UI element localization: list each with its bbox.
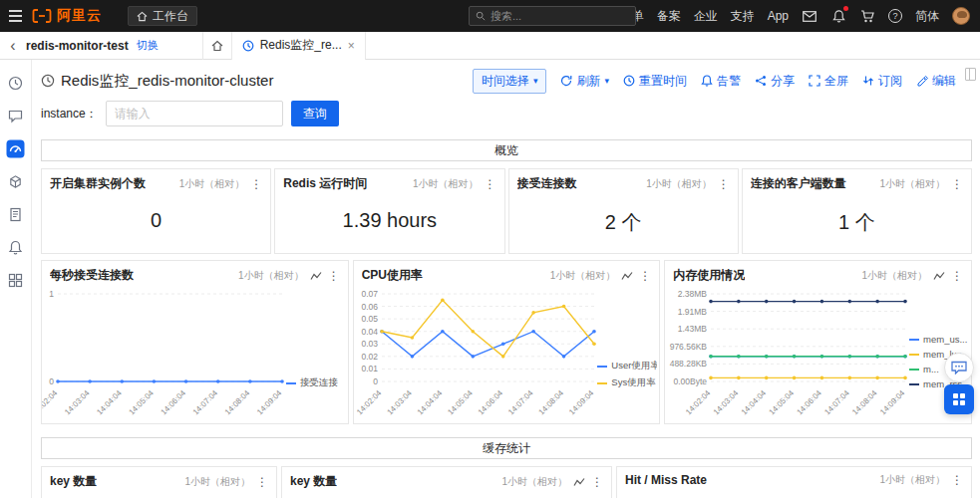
notification-bell-icon[interactable] bbox=[830, 8, 846, 24]
time-range-label: 1小时（相对） bbox=[184, 475, 250, 489]
share-icon bbox=[755, 75, 767, 87]
topbar-link-app[interactable]: App bbox=[768, 9, 789, 23]
stat-cards-row: 开启集群实例个数 1小时（相对） ⋮ 0 Redis 运行时间 1小时（相对） … bbox=[41, 168, 972, 254]
card-title: 接受连接数 bbox=[517, 175, 577, 192]
kebab-menu-icon[interactable]: ⋮ bbox=[256, 476, 268, 488]
back-chevron-icon[interactable]: ‹ bbox=[0, 32, 26, 60]
quick-apps-button[interactable] bbox=[944, 384, 974, 414]
stat-card-cluster-instances: 开启集群实例个数 1小时（相对） ⋮ 0 bbox=[41, 168, 271, 254]
kebab-menu-icon[interactable]: ⋮ bbox=[250, 178, 262, 190]
stat-value: 1 个 bbox=[743, 209, 971, 236]
line-chart: 1014:02:0414:03:0414:04:0414:05:0414:06:… bbox=[42, 288, 286, 423]
legend-item[interactable]: mem_us... bbox=[909, 334, 969, 345]
fullscreen-button[interactable]: 全屏 bbox=[809, 73, 848, 90]
edit-button[interactable]: 编辑 bbox=[916, 73, 956, 90]
refresh-button[interactable]: 刷新▾ bbox=[560, 73, 609, 90]
line-chart: 0.070.060.050.040.030.020.01014:02:0414:… bbox=[354, 288, 598, 423]
svg-text:14:02:04: 14:02:04 bbox=[684, 388, 713, 417]
time-range-label: 1小时（相对） bbox=[179, 177, 245, 191]
kebab-menu-icon[interactable]: ⋮ bbox=[951, 270, 963, 282]
kebab-menu-icon[interactable]: ⋮ bbox=[328, 270, 340, 282]
history-icon[interactable] bbox=[6, 75, 26, 91]
kebab-menu-icon[interactable]: ⋮ bbox=[951, 178, 963, 190]
card-title: 每秒接受连接数 bbox=[50, 267, 134, 284]
card-key-count-1: key 数量 1小时（相对） ⋮ bbox=[41, 466, 277, 498]
alerts-bell-icon[interactable] bbox=[6, 239, 26, 255]
collapse-panel-icon[interactable] bbox=[965, 68, 976, 81]
chart-type-toggle-icon[interactable] bbox=[573, 477, 585, 487]
svg-text:14:07:04: 14:07:04 bbox=[191, 388, 220, 417]
notification-badge bbox=[843, 6, 848, 11]
svg-text:14:09:04: 14:09:04 bbox=[255, 388, 284, 417]
legend-color-dash bbox=[597, 382, 607, 384]
message-icon[interactable] bbox=[802, 8, 817, 24]
monitor-dashboard-icon-active[interactable] bbox=[6, 140, 26, 156]
alarm-button[interactable]: 告警 bbox=[701, 73, 741, 90]
card-title: key 数量 bbox=[290, 473, 337, 490]
svg-text:14:04:04: 14:04:04 bbox=[740, 388, 769, 417]
svg-text:14:04:04: 14:04:04 bbox=[95, 388, 124, 417]
hamburger-menu-icon[interactable] bbox=[0, 0, 30, 32]
chart-type-toggle-icon[interactable] bbox=[621, 271, 633, 281]
svg-text:976.56KB: 976.56KB bbox=[670, 342, 708, 352]
chart-type-toggle-icon[interactable] bbox=[310, 271, 322, 281]
legend-item[interactable]: User使用率 bbox=[597, 360, 657, 373]
share-button[interactable]: 分享 bbox=[755, 73, 795, 90]
kebab-menu-icon[interactable]: ⋮ bbox=[951, 474, 963, 486]
cart-icon[interactable] bbox=[859, 8, 875, 24]
svg-text:0.00Byte: 0.00Byte bbox=[674, 376, 708, 386]
workbench-button[interactable]: 工作台 bbox=[128, 6, 197, 26]
kebab-menu-icon[interactable]: ⋮ bbox=[718, 178, 730, 190]
kebab-menu-icon[interactable]: ⋮ bbox=[591, 476, 603, 488]
topbar-link-support[interactable]: 支持 bbox=[731, 8, 755, 25]
legend-item[interactable]: 接受连接 bbox=[286, 376, 346, 389]
stat-value: 0 bbox=[42, 209, 270, 232]
svg-text:1: 1 bbox=[49, 289, 54, 299]
chart-card-cpu-usage: CPU使用率 1小时（相对） ⋮ 0.070.060.050.040.030.0… bbox=[353, 260, 661, 424]
svg-text:14:05:04: 14:05:04 bbox=[446, 388, 475, 417]
switch-account-link[interactable]: 切换 bbox=[137, 38, 159, 53]
svg-text:14:07:04: 14:07:04 bbox=[506, 388, 535, 417]
logs-icon[interactable] bbox=[6, 206, 26, 222]
legend-item[interactable]: Sys使用率 bbox=[597, 376, 657, 389]
home-tab[interactable] bbox=[202, 32, 232, 60]
legend-label: 接受连接 bbox=[300, 376, 338, 389]
time-range-label: 1小时（相对） bbox=[861, 269, 927, 283]
apps-grid-icon[interactable] bbox=[6, 272, 26, 288]
chart-type-toggle-icon[interactable] bbox=[933, 271, 945, 281]
card-title: Hit / Miss Rate bbox=[625, 473, 707, 487]
instance-input[interactable] bbox=[106, 101, 283, 126]
tab-label: Redis监控_re... bbox=[260, 37, 342, 54]
topbar-link-enterprise[interactable]: 企业 bbox=[694, 8, 718, 25]
svg-text:14:03:04: 14:03:04 bbox=[385, 388, 414, 417]
clock-icon bbox=[623, 75, 635, 87]
help-icon[interactable]: ? bbox=[888, 9, 902, 23]
search-input[interactable] bbox=[490, 10, 629, 22]
svg-text:0.04: 0.04 bbox=[361, 327, 378, 337]
stat-card-uptime: Redis 运行时间 1小时（相对） ⋮ 1.39 hours bbox=[274, 168, 504, 254]
resources-icon[interactable] bbox=[6, 173, 26, 189]
tab-close-icon[interactable]: × bbox=[348, 39, 355, 53]
query-button[interactable]: 查询 bbox=[291, 101, 339, 126]
section-cache-stats[interactable]: 缓存统计 bbox=[41, 437, 972, 459]
kebab-menu-icon[interactable]: ⋮ bbox=[485, 178, 496, 190]
subscribe-button[interactable]: 订阅 bbox=[862, 73, 902, 90]
topbar-link-icp[interactable]: 备案 bbox=[657, 8, 681, 25]
aliyun-logo[interactable]: 阿里云 bbox=[32, 7, 102, 25]
feedback-chat-button[interactable] bbox=[944, 353, 974, 382]
time-select-button[interactable]: 时间选择▾ bbox=[473, 69, 547, 94]
user-avatar[interactable] bbox=[952, 7, 970, 25]
kebab-menu-icon[interactable]: ⋮ bbox=[639, 270, 651, 282]
page-title: Redis监控_redis-monitor-cluster bbox=[61, 72, 273, 91]
reset-time-button[interactable]: 重置时间 bbox=[623, 73, 687, 90]
stat-card-connected-clients: 连接的客户端数量 1小时（相对） ⋮ 1 个 bbox=[742, 168, 972, 254]
tab-redis-monitor[interactable]: Redis监控_re... × bbox=[232, 32, 366, 60]
language-switch[interactable]: 简体 bbox=[915, 8, 939, 25]
section-overview[interactable]: 概览 bbox=[41, 139, 972, 161]
card-title: 连接的客户端数量 bbox=[751, 175, 846, 192]
aliyun-logo-icon bbox=[32, 9, 52, 23]
legend-label: User使用率 bbox=[611, 360, 657, 373]
legend-color-dash bbox=[909, 383, 919, 385]
feedback-icon[interactable] bbox=[6, 108, 26, 124]
title-row: Redis监控_redis-monitor-cluster 时间选择▾ 刷新▾ … bbox=[41, 66, 972, 96]
